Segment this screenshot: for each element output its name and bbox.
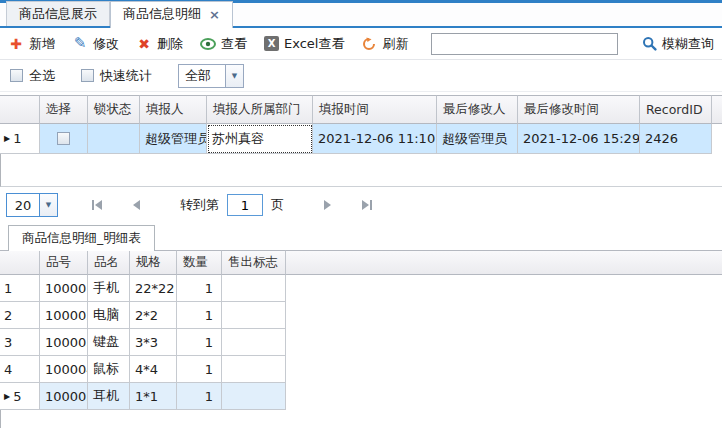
record-id-cell[interactable]: 2426 bbox=[640, 124, 712, 154]
col-header-select[interactable]: 选择 bbox=[40, 95, 88, 124]
row-number: 1 bbox=[13, 131, 21, 146]
qty-cell[interactable]: 1 bbox=[177, 302, 222, 329]
first-page-button[interactable] bbox=[90, 198, 104, 212]
spec-cell[interactable]: 1*1 bbox=[130, 383, 177, 410]
item-name-cell[interactable]: 手机 bbox=[88, 275, 130, 302]
row-number: 2 bbox=[4, 308, 12, 323]
item-name-cell[interactable]: 电脑 bbox=[88, 302, 130, 329]
col-header-item-name[interactable]: 品名 bbox=[88, 250, 130, 275]
detail-row-3[interactable]: 3 100003 键盘 3*3 1 bbox=[0, 329, 722, 356]
sold-flag-cell[interactable] bbox=[222, 302, 286, 329]
col-header-item-no[interactable]: 品号 bbox=[40, 250, 88, 275]
goto-page-group: 转到第 页 bbox=[180, 194, 284, 216]
tab-detail-table[interactable]: 商品信息明细_明细表 bbox=[8, 225, 155, 251]
col-header-lock-status[interactable]: 锁状态 bbox=[88, 95, 140, 124]
select-all-toggle[interactable]: 全选 bbox=[10, 67, 55, 85]
delete-button[interactable]: ✖ 删除 bbox=[136, 35, 183, 53]
row-marker-cell[interactable]: 2 bbox=[0, 302, 40, 329]
qty-cell[interactable]: 1 bbox=[177, 275, 222, 302]
col-header-department[interactable]: 填报人所属部门 bbox=[207, 95, 313, 124]
row-marker-cell[interactable]: 3 bbox=[0, 329, 40, 356]
spec-cell[interactable]: 3*3 bbox=[130, 329, 177, 356]
col-header-modifier[interactable]: 最后修改人 bbox=[437, 95, 518, 124]
row-checkbox[interactable] bbox=[57, 132, 70, 145]
filler-cell[interactable]: 超级管理员 bbox=[140, 124, 207, 154]
pagination-bar: 20 ▼ 转到第 页 bbox=[0, 187, 722, 223]
view-button[interactable]: 查看 bbox=[200, 35, 247, 53]
col-header-filler[interactable]: 填报人 bbox=[140, 95, 207, 124]
sold-flag-cell[interactable] bbox=[222, 275, 286, 302]
col-header-sold-flag[interactable]: 售出标志 bbox=[222, 250, 286, 275]
tab-label: 商品信息明细 bbox=[123, 5, 201, 23]
master-grid-header: 选择 锁状态 填报人 填报人所属部门 填报时间 最后修改人 最后修改时间 Rec… bbox=[0, 95, 722, 124]
refresh-icon bbox=[361, 36, 377, 52]
item-name-cell[interactable]: 耳机 bbox=[88, 383, 130, 410]
detail-row-5-selected[interactable]: ▶ 5 100005 耳机 1*1 1 bbox=[0, 383, 722, 410]
scope-dropdown[interactable]: 全部 ▼ bbox=[178, 64, 244, 88]
select-all-checkbox[interactable] bbox=[10, 69, 23, 82]
spec-cell[interactable]: 4*4 bbox=[130, 356, 177, 383]
excel-icon: X bbox=[264, 36, 279, 51]
row-marker-cell[interactable]: ▶ 5 bbox=[0, 383, 40, 410]
modified-time-cell[interactable]: 2021-12-06 15:29:35 bbox=[518, 124, 640, 154]
qty-cell[interactable]: 1 bbox=[177, 383, 222, 410]
item-no-cell[interactable]: 100001 bbox=[40, 275, 88, 302]
detail-row-4[interactable]: 4 100004 鼠标 4*4 1 bbox=[0, 356, 722, 383]
excel-view-button[interactable]: X Excel查看 bbox=[264, 35, 344, 53]
col-header-spec[interactable]: 规格 bbox=[130, 250, 177, 275]
item-no-cell[interactable]: 100002 bbox=[40, 302, 88, 329]
chevron-down-icon[interactable]: ▼ bbox=[39, 194, 57, 216]
col-header-fill-time[interactable]: 填报时间 bbox=[313, 95, 437, 124]
tab-product-info-display[interactable]: 商品信息展示 bbox=[6, 1, 110, 26]
fill-time-cell[interactable]: 2021-12-06 11:10:07 bbox=[313, 124, 437, 154]
page-number-input[interactable] bbox=[227, 194, 263, 216]
col-header-modified-time[interactable]: 最后修改时间 bbox=[518, 95, 640, 124]
detail-row-1[interactable]: 1 100001 手机 22*22 1 bbox=[0, 275, 722, 302]
detail-grid: 品号 品名 规格 数量 售出标志 1 100001 手机 22*22 1 2 1… bbox=[0, 250, 722, 428]
modifier-cell[interactable]: 超级管理员 bbox=[437, 124, 518, 154]
sold-flag-cell[interactable] bbox=[222, 329, 286, 356]
refresh-button[interactable]: 刷新 bbox=[361, 35, 408, 53]
prev-page-button[interactable] bbox=[130, 198, 144, 212]
item-name-cell[interactable]: 键盘 bbox=[88, 329, 130, 356]
item-no-cell[interactable]: 100005 bbox=[40, 383, 88, 410]
col-header-qty[interactable]: 数量 bbox=[177, 250, 222, 275]
row-select-cell[interactable] bbox=[40, 124, 88, 154]
magnifier-icon bbox=[641, 36, 657, 52]
col-header-record-id[interactable]: RecordID bbox=[640, 95, 712, 124]
lock-status-cell[interactable] bbox=[88, 124, 140, 154]
last-page-button[interactable] bbox=[360, 198, 374, 212]
chevron-down-icon[interactable]: ▼ bbox=[225, 65, 243, 87]
add-icon: ✚ bbox=[8, 36, 24, 52]
row-marker-cell[interactable]: 1 bbox=[0, 275, 40, 302]
quick-stats-toggle[interactable]: 快速统计 bbox=[81, 67, 152, 85]
sold-flag-cell[interactable] bbox=[222, 356, 286, 383]
item-no-cell[interactable]: 100003 bbox=[40, 329, 88, 356]
detail-row-2[interactable]: 2 100002 电脑 2*2 1 bbox=[0, 302, 722, 329]
spec-cell[interactable]: 2*2 bbox=[130, 302, 177, 329]
item-no-cell[interactable]: 100004 bbox=[40, 356, 88, 383]
spec-cell[interactable]: 22*22 bbox=[130, 275, 177, 302]
master-grid-row-1[interactable]: ▶ 1 超级管理员 苏州真容 2021-12-06 11:10:07 超级管理员… bbox=[0, 124, 722, 154]
add-button[interactable]: ✚ 新增 bbox=[8, 35, 55, 53]
app-window: 商品信息展示 商品信息明细 × ✚ 新增 ✎ 修改 ✖ 删除 查 bbox=[0, 0, 722, 430]
quick-stats-label: 快速统计 bbox=[100, 67, 152, 85]
tab-label: 商品信息展示 bbox=[19, 5, 97, 23]
tab-product-info-detail[interactable]: 商品信息明细 × bbox=[110, 1, 233, 28]
fuzzy-search-button[interactable]: 模糊查询 bbox=[641, 35, 714, 53]
qty-cell[interactable]: 1 bbox=[177, 329, 222, 356]
select-all-label: 全选 bbox=[29, 67, 55, 85]
sold-flag-cell[interactable] bbox=[222, 383, 286, 410]
page-size-dropdown[interactable]: 20 ▼ bbox=[6, 193, 58, 217]
search-input[interactable] bbox=[431, 33, 618, 55]
quick-stats-checkbox[interactable] bbox=[81, 69, 94, 82]
qty-cell[interactable]: 1 bbox=[177, 356, 222, 383]
edit-button[interactable]: ✎ 修改 bbox=[72, 35, 119, 53]
department-cell-focused[interactable]: 苏州真容 bbox=[207, 124, 313, 154]
item-name-cell[interactable]: 鼠标 bbox=[88, 356, 130, 383]
row-marker-cell[interactable]: 4 bbox=[0, 356, 40, 383]
row-marker-cell[interactable]: ▶ 1 bbox=[0, 124, 40, 154]
close-icon[interactable]: × bbox=[209, 8, 220, 21]
next-page-button[interactable] bbox=[320, 198, 334, 212]
master-grid-empty-area bbox=[0, 154, 722, 187]
